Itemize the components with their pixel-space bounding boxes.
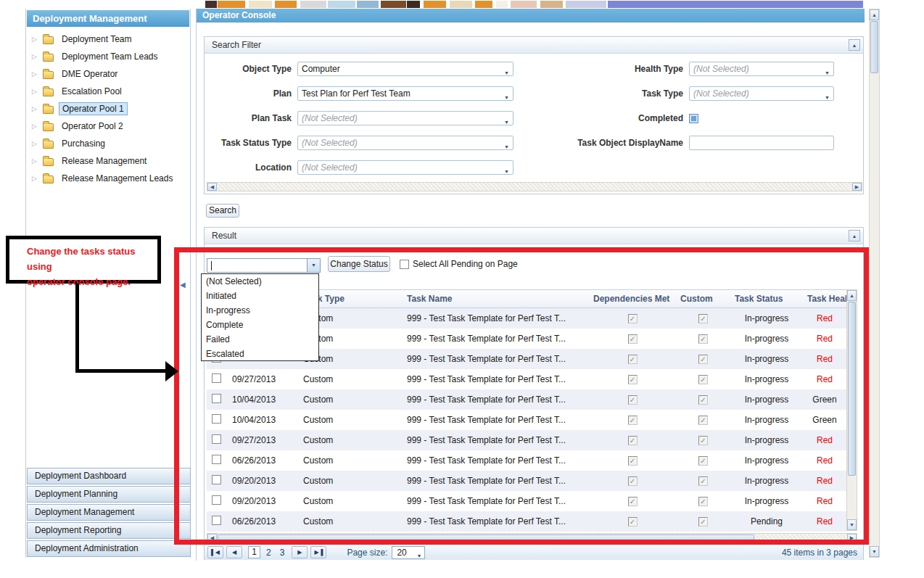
location-dropdown[interactable]: (Not Selected)▼ <box>297 160 513 175</box>
scroll-down-icon[interactable]: ▼ <box>870 546 879 557</box>
last-page-button[interactable]: ▶▐ <box>310 546 326 558</box>
nav-deployment-planning[interactable]: Deployment Planning <box>27 486 191 503</box>
scroll-up-icon[interactable]: ▲ <box>870 9 879 20</box>
table-row[interactable]: 09/27/2013Custom999 - Test Task Template… <box>207 430 846 450</box>
search-filter-hscrollbar[interactable]: ◀ ▶ <box>207 182 862 191</box>
col-custom[interactable]: Custom <box>676 294 730 304</box>
expand-arrow-icon[interactable]: ▷ <box>32 157 41 165</box>
table-row[interactable]: 09/27/2013Custom999 - Test Task Template… <box>207 369 846 389</box>
col-dependencies-met[interactable]: Dependencies Met <box>589 294 676 304</box>
combo-dropdown-icon[interactable]: ▼ <box>307 259 320 272</box>
row-select-checkbox[interactable] <box>212 455 221 464</box>
scroll-left-icon[interactable]: ◀ <box>207 534 217 542</box>
tree-item-escalation-pool[interactable]: ▷Escalation Pool <box>26 83 190 100</box>
dropdown-option[interactable]: Initiated <box>202 289 318 303</box>
row-select-checkbox[interactable] <box>212 394 221 403</box>
tree-item-release-management-leads[interactable]: ▷Release Management Leads <box>26 170 190 187</box>
tree-item-label[interactable]: Operator Pool 1 <box>59 102 128 115</box>
expand-arrow-icon[interactable]: ▷ <box>32 175 41 182</box>
tree-item-operator-pool-2[interactable]: ▷Operator Pool 2 <box>26 117 190 135</box>
scroll-right-icon[interactable]: ▶ <box>847 534 857 542</box>
table-row[interactable]: 10/04/2013Custom999 - Test Task Template… <box>207 389 846 410</box>
table-vscrollbar[interactable]: ▲ ▼ <box>846 289 857 531</box>
nav-deployment-administration[interactable]: Deployment Administration <box>27 540 191 557</box>
scrollbar-thumb[interactable] <box>218 534 754 541</box>
col-task-health[interactable]: Task Health <box>803 294 846 304</box>
scrollbar-thumb[interactable] <box>848 302 856 476</box>
page-size-dropdown[interactable]: 20▼ <box>392 546 425 559</box>
tree-item-operator-pool-1[interactable]: ▷Operator Pool 1 <box>26 100 190 117</box>
dropdown-option[interactable]: Complete <box>202 318 318 332</box>
tree-item-release-management[interactable]: ▷Release Management <box>26 152 190 170</box>
tree-item-deployment-team-leads[interactable]: ▷Deployment Team Leads <box>26 48 190 65</box>
nav-deployment-management[interactable]: Deployment Management <box>27 504 191 521</box>
task-type-dropdown[interactable]: (Not Selected)▼ <box>689 86 834 101</box>
status-combobox[interactable]: ▼ <box>207 258 321 273</box>
table-row[interactable]: 09/20/2013Custom999 - Test Task Template… <box>207 491 846 511</box>
dropdown-option[interactable]: Escalated <box>202 347 318 361</box>
page-number[interactable]: 3 <box>280 548 285 558</box>
row-select-checkbox[interactable] <box>212 373 221 383</box>
tree-item-label[interactable]: Purchasing <box>59 138 108 149</box>
health-type-dropdown[interactable]: (Not Selected)▼ <box>689 62 834 76</box>
next-page-button[interactable]: ▶ <box>292 546 308 558</box>
prev-page-button[interactable]: ◀ <box>226 546 242 558</box>
expand-arrow-icon[interactable]: ▷ <box>32 53 41 60</box>
thumbnail-fragment <box>475 1 492 8</box>
tree-item-deployment-team[interactable]: ▷Deployment Team <box>26 30 190 48</box>
expand-arrow-icon[interactable]: ▷ <box>32 70 41 78</box>
select-all-checkbox[interactable] <box>400 260 409 269</box>
tree-item-label[interactable]: DME Operator <box>59 68 120 80</box>
page-number[interactable]: 2 <box>266 548 271 558</box>
dropdown-option[interactable]: (Not Selected) <box>202 274 318 289</box>
expand-arrow-icon[interactable]: ▷ <box>32 88 41 95</box>
expand-arrow-icon[interactable]: ▷ <box>32 140 41 147</box>
table-row[interactable]: 09/20/2013Custom999 - Test Task Template… <box>207 471 846 491</box>
result-header[interactable]: Result ▲ <box>205 228 863 244</box>
table-row[interactable]: 06/26/2013Custom999 - Test Task Template… <box>207 511 846 532</box>
tree-item-label[interactable]: Operator Pool 2 <box>59 120 126 132</box>
tree-item-dme-operator[interactable]: ▷DME Operator <box>26 65 190 83</box>
col-task-status[interactable]: Task Status <box>730 294 803 304</box>
pane-vscrollbar[interactable]: ▲ ▼ <box>869 9 880 558</box>
row-select-checkbox[interactable] <box>212 414 221 424</box>
tree-item-purchasing[interactable]: ▷Purchasing <box>26 135 190 152</box>
dropdown-option[interactable]: In-progress <box>202 303 318 318</box>
expand-arrow-icon[interactable]: ▷ <box>32 36 41 43</box>
scroll-right-icon[interactable]: ▶ <box>852 183 862 191</box>
nav-deployment-dashboard[interactable]: Deployment Dashboard <box>27 468 191 484</box>
dropdown-option[interactable]: Failed <box>202 332 318 347</box>
tree-item-label[interactable]: Release Management <box>59 155 149 167</box>
splitter-collapse-icon[interactable]: ◀ <box>180 281 186 289</box>
task-name-cell: 999 - Test Task Template for Perf Test T… <box>397 476 589 486</box>
scroll-down-icon[interactable]: ▼ <box>847 519 857 530</box>
first-page-button[interactable]: ▌◀ <box>207 546 223 558</box>
collapse-up-icon[interactable]: ▲ <box>849 39 860 51</box>
col-task-name[interactable]: Task Name <box>397 294 589 304</box>
expand-arrow-icon[interactable]: ▷ <box>32 105 41 112</box>
task-object-displayname-input[interactable] <box>689 136 834 150</box>
search-button[interactable]: Search <box>206 204 239 218</box>
tree-item-label[interactable]: Deployment Team <box>59 33 135 45</box>
collapse-up-icon[interactable]: ▲ <box>849 230 860 241</box>
search-filter-header[interactable]: Search Filter ▲ <box>205 37 863 54</box>
nav-deployment-reporting[interactable]: Deployment Reporting <box>27 522 191 539</box>
scroll-up-icon[interactable]: ▲ <box>847 290 857 301</box>
row-select-checkbox[interactable] <box>212 495 221 505</box>
expand-arrow-icon[interactable]: ▷ <box>32 123 41 130</box>
scrollbar-thumb[interactable] <box>870 21 878 73</box>
change-status-button[interactable]: Change Status <box>328 256 390 272</box>
page-number-current[interactable]: 1 <box>248 546 260 558</box>
table-row[interactable]: 06/26/2013Custom999 - Test Task Template… <box>207 450 846 471</box>
tree-item-label[interactable]: Release Management Leads <box>59 173 176 184</box>
row-select-checkbox[interactable] <box>212 475 221 484</box>
tree-item-label[interactable]: Deployment Team Leads <box>59 51 161 62</box>
tree-item-label[interactable]: Escalation Pool <box>59 86 125 97</box>
row-select-checkbox[interactable] <box>212 516 221 525</box>
completed-checkbox[interactable] <box>689 114 698 123</box>
table-row[interactable]: 10/04/2013Custom999 - Test Task Template… <box>207 410 846 430</box>
scroll-left-icon[interactable]: ◀ <box>207 183 217 191</box>
table-hscrollbar[interactable]: ◀ ▶ <box>207 533 857 542</box>
task-type-cell: Custom <box>297 516 397 527</box>
row-select-checkbox[interactable] <box>212 434 221 444</box>
